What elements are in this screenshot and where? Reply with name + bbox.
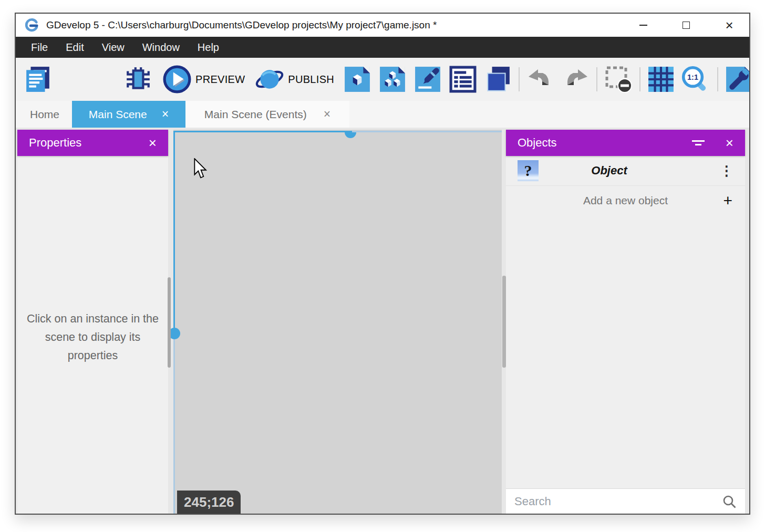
undo-button[interactable] [526, 68, 554, 91]
objects-panel-title: Objects [518, 136, 557, 150]
close-tab-icon[interactable]: × [162, 108, 169, 120]
publish-label: PUBLISH [288, 74, 334, 86]
menu-item-file[interactable]: File [22, 37, 57, 58]
toolbar-separator [596, 67, 597, 91]
objects-panel-header: Objects × [506, 130, 745, 156]
toolbar-separator [717, 67, 718, 91]
vertical-scrollbar-right[interactable] [502, 276, 506, 368]
tab-label: Home [30, 108, 59, 121]
kebab-menu-icon[interactable]: ⋮ [720, 163, 733, 179]
scene-settings-button[interactable] [725, 66, 749, 93]
object-groups-button[interactable] [379, 66, 406, 93]
globe-icon [255, 65, 284, 93]
redo-icon [562, 68, 590, 91]
objects-panel: Objects × ? Object ⋮ [506, 130, 745, 514]
minimize-icon [639, 25, 647, 26]
desktop: GDevelop 5 - C:\Users\charburg\Documents… [0, 0, 765, 532]
layers-editor-button[interactable] [484, 66, 512, 93]
tab-label: Main Scene [89, 108, 147, 121]
edit-scene-button[interactable] [414, 66, 441, 93]
toolbar-separator [519, 67, 520, 91]
gdevelop-logo-icon [24, 17, 40, 33]
preview-label: PREVIEW [195, 74, 245, 86]
add-object-button[interactable]: Add a new object + [506, 186, 745, 215]
objects-editor-button[interactable] [344, 66, 371, 93]
tab-home[interactable]: Home [17, 101, 72, 128]
add-object-label: Add a new object [583, 194, 668, 207]
cursor-coordinates-badge: 245;126 [177, 491, 241, 514]
close-tab-icon[interactable]: × [324, 108, 330, 120]
layers-icon [484, 66, 512, 93]
toggle-grid-button[interactable] [647, 66, 675, 93]
tab-label: Main Scene (Events) [204, 108, 307, 121]
window-title: GDevelop 5 - C:\Users\charburg\Documents… [46, 19, 437, 31]
filter-icon[interactable] [692, 140, 705, 147]
debug-icon [125, 66, 152, 93]
close-panel-icon[interactable]: × [149, 135, 157, 151]
close-icon: × [725, 18, 733, 32]
events-list-icon [449, 66, 477, 93]
grid-icon [647, 66, 675, 93]
play-icon [163, 65, 191, 93]
toolbar: PREVIEW PUBLISH [16, 58, 749, 101]
tab-main-scene[interactable]: Main Scene × [72, 101, 185, 128]
app-window: GDevelop 5 - C:\Users\charburg\Documents… [15, 13, 750, 515]
scene-window-handle-top[interactable] [345, 132, 356, 138]
object-list-item[interactable]: ? Object ⋮ [506, 156, 745, 186]
properties-panel-title: Properties [29, 136, 81, 150]
edit-pencil-icon [414, 66, 441, 93]
mouse-cursor-icon [193, 158, 208, 180]
project-manager-icon [24, 66, 51, 93]
object-search-bar [506, 488, 745, 514]
zoom-reset-button[interactable]: 1:1 [680, 64, 710, 95]
scene-window-border-left-extension [173, 333, 175, 514]
deselect-icon [604, 65, 633, 93]
tab-main-scene-events[interactable]: Main Scene (Events) × [185, 101, 349, 128]
menu-item-view[interactable]: View [93, 37, 133, 58]
menu-item-help[interactable]: Help [189, 37, 228, 58]
close-panel-icon[interactable]: × [726, 135, 733, 151]
properties-panel: Properties × Click on an instance in the… [17, 130, 168, 514]
title-bar: GDevelop 5 - C:\Users\charburg\Documents… [16, 14, 749, 37]
properties-empty-message: Click on an instance in the scene to dis… [24, 310, 162, 365]
maximize-button[interactable] [678, 17, 695, 34]
toolbar-separator [639, 67, 640, 91]
scene-canvas[interactable]: 245;126 [173, 130, 502, 514]
object-groups-icon [379, 66, 406, 93]
close-window-button[interactable]: × [721, 17, 738, 34]
project-manager-button[interactable] [24, 66, 51, 93]
events-sheet-button[interactable] [449, 66, 477, 93]
object-name: Object [522, 164, 696, 178]
search-input[interactable] [514, 495, 722, 508]
minimize-button[interactable] [635, 17, 652, 34]
search-icon [722, 494, 737, 509]
publish-button[interactable]: PUBLISH [255, 65, 334, 93]
zoom-1-1-icon: 1:1 [680, 64, 710, 95]
window-controls: × [635, 14, 738, 37]
redo-button[interactable] [562, 68, 590, 91]
menu-item-edit[interactable]: Edit [57, 37, 92, 58]
debug-button[interactable] [125, 66, 152, 93]
menu-bar: File Edit View Window Help [16, 37, 749, 58]
menu-item-window[interactable]: Window [133, 37, 189, 58]
vertical-scrollbar-left[interactable] [168, 277, 171, 368]
scene-window-border-top [173, 131, 352, 132]
scene-window-border-top-extension [352, 131, 502, 132]
content-area: Properties × Click on an instance in the… [16, 128, 749, 514]
tab-bar: Home Main Scene × Main Scene (Events) × [16, 101, 749, 128]
clear-selection-button[interactable] [604, 65, 633, 93]
undo-icon [526, 68, 554, 91]
properties-panel-header: Properties × [17, 130, 168, 156]
svg-text:1:1: 1:1 [687, 73, 698, 81]
maximize-icon [683, 22, 690, 29]
preview-button[interactable]: PREVIEW [163, 65, 245, 93]
objects-icon [344, 66, 371, 93]
plus-icon: + [723, 193, 732, 208]
scene-window-border-left [173, 131, 175, 333]
wrench-icon [725, 66, 749, 93]
